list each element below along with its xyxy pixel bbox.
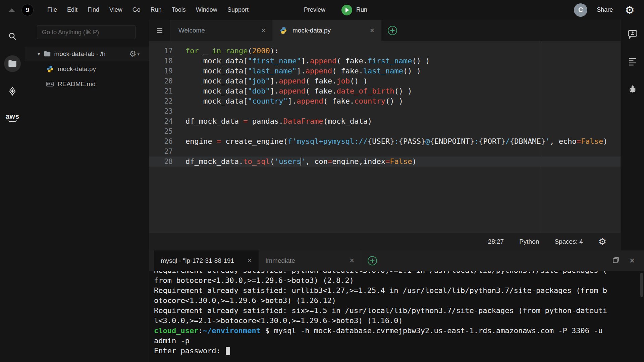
python-icon bbox=[280, 27, 287, 34]
aws-toolkit-icon[interactable] bbox=[4, 83, 21, 100]
tree-children: mock-data.pyREADME.md bbox=[25, 61, 149, 92]
debugger-icon[interactable] bbox=[628, 84, 638, 96]
tab-label: mysql - "ip-172-31-88-191 bbox=[161, 257, 244, 264]
terminal-tab-bar: mysql - "ip-172-31-88-191×Immediate× × bbox=[149, 250, 644, 271]
line-number: 20 bbox=[149, 76, 181, 86]
line-number: 17 bbox=[149, 46, 181, 56]
restore-panel-icon[interactable] bbox=[612, 256, 620, 265]
cloud9-logo[interactable]: 9 bbox=[21, 4, 34, 16]
terminal-line-6: cloud_user:~/environment $ mysql -h mock… bbox=[154, 326, 644, 336]
code-line-22: 22 mock_data["country"].append( fake.cou… bbox=[149, 96, 621, 106]
tab-label: Immediate bbox=[265, 257, 346, 264]
close-tab-icon[interactable]: × bbox=[261, 26, 266, 35]
tree-settings-gear-icon[interactable]: ⚙▾ bbox=[129, 49, 140, 59]
tree-item-README.md[interactable]: README.md bbox=[25, 76, 149, 92]
line-number: 25 bbox=[149, 126, 181, 136]
code-line-28: 28df_mock_data.to_sql('users', con=engin… bbox=[149, 157, 621, 167]
terminal-line-3: otocore<1.30.0,>=1.29.6->boto3) (1.26.12… bbox=[154, 296, 644, 306]
tree-root-label: mock-data-lab - /h bbox=[54, 50, 106, 58]
left-icon-rail: aws bbox=[0, 20, 25, 362]
preview-button[interactable]: Preview bbox=[304, 6, 325, 13]
menu-item-find[interactable]: Find bbox=[83, 4, 104, 16]
terminal-line-0: Requirement already satisfied: python-da… bbox=[154, 271, 644, 276]
editor-status-bar: 28:27 Python Spaces: 4 ⚙ bbox=[149, 233, 621, 250]
menu-item-file[interactable]: File bbox=[42, 4, 62, 16]
editor-tabs: Welcome×mock-data.py× bbox=[170, 20, 381, 41]
close-tab-icon[interactable]: × bbox=[350, 256, 354, 265]
aws-logo[interactable]: aws bbox=[5, 112, 19, 122]
code-line-27: 27 bbox=[149, 146, 621, 157]
editor-tab-bar: Welcome×mock-data.py× bbox=[149, 20, 621, 41]
line-number: 28 bbox=[149, 157, 181, 167]
cloud9-ide: 9 FileEditFindViewGoRunToolsWindowSuppor… bbox=[0, 0, 644, 362]
terminal-tab-immediate[interactable]: Immediate× bbox=[259, 250, 361, 271]
indentation-setting[interactable]: Spaces: 4 bbox=[554, 238, 583, 245]
line-number: 21 bbox=[149, 86, 181, 96]
code-line-17: 17for _ in range(2000): bbox=[149, 46, 621, 56]
line-number: 22 bbox=[149, 96, 181, 106]
code-line-20: 20 mock_data["job"].append( fake.job() ) bbox=[149, 76, 621, 86]
code-line-19: 19 mock_data["last_name"].append( fake.l… bbox=[149, 66, 621, 76]
menu-item-tools[interactable]: Tools bbox=[167, 4, 191, 16]
tree-root-folder[interactable]: ▾ mock-data-lab - /h ⚙▾ bbox=[25, 47, 149, 61]
run-button[interactable]: Run bbox=[341, 5, 367, 15]
menu-item-run[interactable]: Run bbox=[146, 4, 167, 16]
terminal-line-2: Requirement already satisfied: urllib3<1… bbox=[154, 286, 644, 296]
new-terminal-tab-button[interactable] bbox=[361, 250, 383, 271]
tab-label: mock-data.py bbox=[292, 27, 366, 34]
file-explorer-icon[interactable] bbox=[4, 55, 21, 72]
collapse-menubar-icon[interactable] bbox=[7, 8, 16, 12]
terminal-line-4: Requirement already satisfied: six>=1.5 … bbox=[154, 306, 644, 316]
language-mode[interactable]: Python bbox=[519, 238, 539, 245]
terminal-scrollbar[interactable] bbox=[640, 273, 643, 297]
chevron-down-icon[interactable]: ▾ bbox=[38, 51, 40, 57]
menu-item-view[interactable]: View bbox=[104, 4, 127, 16]
preferences-gear-icon[interactable]: ⚙ bbox=[625, 5, 635, 15]
search-icon[interactable] bbox=[4, 28, 21, 45]
line-number: 23 bbox=[149, 106, 181, 116]
avatar[interactable]: C bbox=[574, 3, 587, 17]
editor-settings-gear-icon[interactable]: ⚙ bbox=[598, 237, 606, 246]
line-number: 26 bbox=[149, 136, 181, 146]
new-tab-button[interactable] bbox=[381, 20, 404, 41]
menu-item-go[interactable]: Go bbox=[127, 4, 146, 16]
file-name: mock-data.py bbox=[58, 65, 96, 73]
code-line-26: 26engine = create_engine(f'mysql+pymysql… bbox=[149, 136, 621, 146]
cursor-position[interactable]: 28:27 bbox=[488, 238, 504, 245]
file-name: README.md bbox=[58, 80, 96, 88]
terminal[interactable]: Requirement already satisfied: python-da… bbox=[149, 271, 644, 362]
editor-panel: Welcome×mock-data.py× 17for _ in range(2… bbox=[149, 20, 621, 250]
close-panel-icon[interactable]: × bbox=[630, 255, 635, 266]
editor-menu-icon[interactable] bbox=[149, 20, 170, 41]
close-tab-icon[interactable]: × bbox=[370, 26, 374, 35]
goto-anything-input[interactable] bbox=[37, 25, 136, 39]
terminal-tab-mysql[interactable]: mysql - "ip-172-31-88-191× bbox=[154, 250, 259, 271]
code-line-21: 21 mock_data["dob"].append( fake.date_of… bbox=[149, 86, 621, 96]
terminal-line-1: from botocore<1.30.0,>=1.29.6->boto3) (2… bbox=[154, 276, 644, 286]
outline-icon[interactable] bbox=[628, 57, 638, 68]
run-label: Run bbox=[356, 6, 367, 13]
line-number: 27 bbox=[149, 146, 181, 157]
menu-items: FileEditFindViewGoRunToolsWindowSupport bbox=[42, 4, 254, 16]
tree-item-mock-data.py[interactable]: mock-data.py bbox=[25, 61, 149, 76]
line-number: 19 bbox=[149, 66, 181, 76]
menu-item-window[interactable]: Window bbox=[191, 4, 222, 16]
collaborate-icon[interactable] bbox=[628, 29, 638, 41]
terminal-panel: mysql - "ip-172-31-88-191×Immediate× × R… bbox=[149, 250, 644, 362]
code-line-24: 24df_mock_data = pandas.DataFrame(mock_d… bbox=[149, 116, 621, 126]
editor-tab-mock-data.py[interactable]: mock-data.py× bbox=[273, 20, 381, 41]
share-button[interactable]: Share bbox=[597, 6, 613, 13]
code-line-23: 23 bbox=[149, 106, 621, 116]
code-editor[interactable]: 17for _ in range(2000):18 mock_data["fir… bbox=[149, 41, 621, 233]
code-line-18: 18 mock_data["first_name"].append( fake.… bbox=[149, 56, 621, 66]
editor-tab-welcome[interactable]: Welcome× bbox=[170, 20, 273, 41]
close-tab-icon[interactable]: × bbox=[248, 256, 252, 265]
menu-item-edit[interactable]: Edit bbox=[62, 4, 83, 16]
run-play-icon bbox=[341, 5, 352, 15]
terminal-lines: Requirement already satisfied: python-da… bbox=[154, 271, 644, 356]
tab-label: Welcome bbox=[178, 27, 257, 34]
menu-item-support[interactable]: Support bbox=[222, 4, 254, 16]
terminal-line-5: l<3.0.0,>=2.1->botocore<1.30.0,>=1.29.6-… bbox=[154, 316, 644, 326]
line-number: 18 bbox=[149, 56, 181, 66]
code-line-25: 25 bbox=[149, 126, 621, 136]
